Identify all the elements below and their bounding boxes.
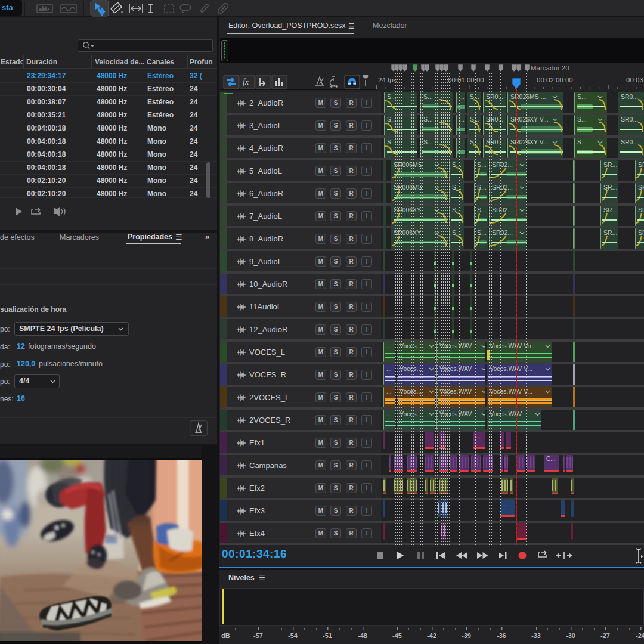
svg-text:fx: fx [243, 78, 249, 86]
